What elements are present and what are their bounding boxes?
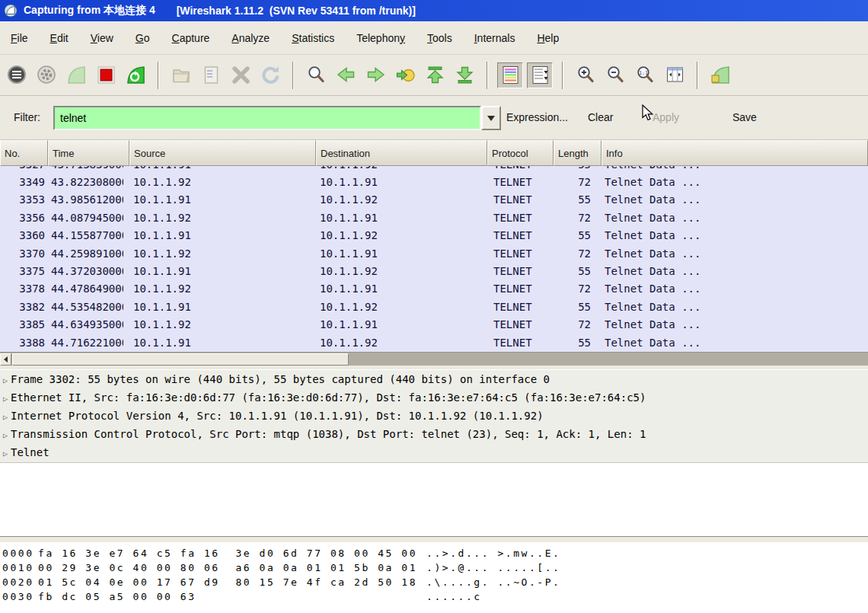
packet-details-pane: ▷Frame 3302: 55 bytes on wire (440 bits)… — [0, 370, 868, 462]
hex-row[interactable]: 002001 5c 04 0e 00 17 67 d9 80 15 7e 4f … — [0, 575, 868, 589]
packet-row-partial[interactable]: 332743.71383900010.1.1.9110.1.1.92TELNET… — [0, 166, 868, 174]
window-title-version: [Wireshark 1.11.2 (SVN Rev 53411 from /t… — [177, 5, 416, 17]
packet-row[interactable]: 334943.82230800010.1.1.9210.1.1.91TELNET… — [0, 174, 868, 191]
filter-input[interactable] — [53, 106, 481, 130]
packet-row[interactable]: 338844.71622100010.1.1.9110.1.1.92TELNET… — [0, 334, 868, 352]
go-forward-button[interactable] — [362, 62, 388, 88]
cell-dst: 10.1.1.91 — [316, 280, 487, 298]
capture-start-button[interactable] — [63, 62, 89, 88]
packet-row[interactable]: 336044.15587700010.1.1.9110.1.1.92TELNET… — [0, 227, 868, 244]
cell-info: Telnet Data ... — [602, 245, 868, 263]
apply-button[interactable]: Apply — [653, 111, 679, 123]
close-file-button[interactable] — [228, 62, 254, 88]
packet-row[interactable]: 338244.53548200010.1.1.9110.1.1.92TELNET… — [0, 299, 868, 316]
column-header-length[interactable]: Length — [554, 140, 602, 166]
scroll-left-button[interactable] — [0, 353, 11, 366]
expander-icon[interactable]: ▷ — [0, 390, 11, 407]
open-file-button[interactable] — [168, 62, 194, 88]
hex-offset: 0020 — [2, 575, 34, 589]
hex-row[interactable]: 001000 29 3e 0c 40 00 80 06 a6 0a 0a 01 … — [0, 560, 868, 575]
packet-row[interactable]: 332743.71383900010.1.1.9110.1.1.92TELNET… — [0, 166, 868, 174]
column-header-source[interactable]: Source — [129, 140, 316, 166]
resize-columns-button[interactable] — [662, 62, 688, 88]
packet-row[interactable]: 335343.98561200010.1.1.9110.1.1.92TELNET… — [0, 191, 868, 209]
cell-pro: TELNET — [487, 334, 554, 352]
hex-row[interactable]: 0030fb dc 05 a5 00 00 63......c — [0, 589, 868, 604]
cell-time: 44.634935000 — [48, 316, 129, 334]
reload-button[interactable] — [257, 62, 283, 88]
expander-icon[interactable]: ▷ — [0, 426, 11, 443]
menu-item-tools[interactable]: Tools — [427, 32, 452, 44]
zoom-in-button[interactable] — [573, 62, 598, 88]
menu-item-go[interactable]: Go — [136, 32, 150, 44]
svg-text:1:1: 1:1 — [639, 70, 648, 76]
hex-ascii: ..>.d... >.mw..E. — [426, 546, 560, 560]
hex-offset: 0010 — [2, 560, 34, 575]
menu-item-statistics[interactable]: Statistics — [292, 32, 334, 44]
horizontal-scrollbar[interactable] — [0, 352, 868, 366]
packet-row[interactable]: 337844.47864900010.1.1.9210.1.1.91TELNET… — [0, 280, 868, 298]
menu-item-help[interactable]: Help — [537, 32, 559, 44]
packet-row[interactable]: 335644.08794500010.1.1.9210.1.1.91TELNET… — [0, 209, 868, 227]
expression-button[interactable]: Expression... — [506, 111, 568, 123]
go-back-button[interactable] — [333, 62, 359, 88]
capture-filter-button[interactable] — [707, 62, 733, 88]
column-header-time[interactable]: Time — [48, 140, 129, 166]
menu-item-analyze[interactable]: Analyze — [231, 32, 270, 44]
expander-icon[interactable]: ▷ — [0, 372, 11, 388]
column-header-destination[interactable]: Destination — [316, 140, 487, 166]
interfaces-button[interactable] — [4, 62, 30, 88]
go-to-packet-icon — [395, 65, 416, 85]
detail-text: Internet Protocol Version 4, Src: 10.1.1… — [11, 410, 544, 422]
window-title: Capturing from 本地连接 4 — [24, 4, 155, 18]
menu-item-view[interactable]: View — [91, 32, 113, 44]
save-button[interactable]: Save — [732, 111, 757, 123]
menu-item-telephony[interactable]: Telephony — [356, 32, 405, 44]
find-button[interactable] — [303, 62, 329, 88]
save-file-button[interactable] — [198, 62, 224, 88]
go-bottom-button[interactable] — [452, 62, 477, 88]
zoom-out-button[interactable] — [602, 62, 628, 88]
packet-row[interactable]: 337544.37203000010.1.1.9110.1.1.92TELNET… — [0, 263, 868, 280]
expander-icon[interactable]: ▷ — [0, 445, 11, 461]
scrollbar-thumb[interactable] — [12, 353, 349, 366]
cell-src: 10.1.1.91 — [129, 191, 316, 209]
wireshark-app-icon[interactable] — [4, 4, 18, 18]
detail-row[interactable]: ▷Telnet — [0, 443, 868, 461]
detail-row[interactable]: ▷Internet Protocol Version 4, Src: 10.1.… — [0, 407, 868, 425]
filter-label: Filter: — [14, 111, 40, 123]
filter-dropdown-button[interactable] — [481, 106, 501, 130]
go-back-icon — [336, 65, 356, 85]
menu-item-internals[interactable]: Internals — [474, 32, 515, 44]
expander-icon[interactable]: ▷ — [0, 408, 11, 425]
zoom-100-button[interactable]: 1:1 — [632, 62, 658, 88]
detail-text: Frame 3302: 55 bytes on wire (440 bits),… — [11, 373, 550, 385]
pane-divider[interactable] — [0, 536, 868, 543]
go-top-button[interactable] — [422, 62, 448, 88]
capture-options-button[interactable] — [34, 62, 59, 88]
capture-stop-button[interactable] — [93, 62, 119, 88]
cell-dst: 10.1.1.92 — [316, 166, 487, 174]
menu-item-edit[interactable]: Edit — [50, 32, 69, 44]
column-header-no[interactable]: No. — [0, 140, 48, 166]
hex-row[interactable]: 0000fa 16 3e e7 64 c5 fa 16 3e d0 6d 77 … — [0, 546, 868, 560]
column-header-info[interactable]: Info — [602, 140, 868, 166]
detail-row[interactable]: ▷Ethernet II, Src: fa:16:3e:d0:6d:77 (fa… — [0, 388, 868, 407]
detail-row[interactable]: ▷Transmission Control Protocol, Src Port… — [0, 425, 868, 443]
menu-item-file[interactable]: File — [11, 32, 28, 44]
cell-info: Telnet Data ... — [602, 334, 868, 352]
cell-info: Telnet Data ... — [602, 191, 868, 209]
cell-len: 72 — [554, 174, 602, 191]
go-to-packet-button[interactable] — [392, 62, 418, 88]
clear-button[interactable]: Clear — [588, 111, 613, 123]
autoscroll-button[interactable] — [527, 62, 553, 88]
capture-restart-button[interactable] — [123, 62, 148, 88]
packet-row[interactable]: 338544.63493500010.1.1.9210.1.1.91TELNET… — [0, 316, 868, 334]
detail-row[interactable]: ▷Frame 3302: 55 bytes on wire (440 bits)… — [0, 370, 868, 388]
packet-row[interactable]: 337044.25989100010.1.1.9210.1.1.91TELNET… — [0, 245, 868, 263]
column-header-protocol[interactable]: Protocol — [487, 140, 554, 166]
cell-no: 3388 — [0, 334, 48, 352]
colorize-button[interactable] — [497, 62, 523, 88]
menu-item-capture[interactable]: Capture — [172, 32, 210, 44]
cell-pro: TELNET — [487, 174, 554, 191]
